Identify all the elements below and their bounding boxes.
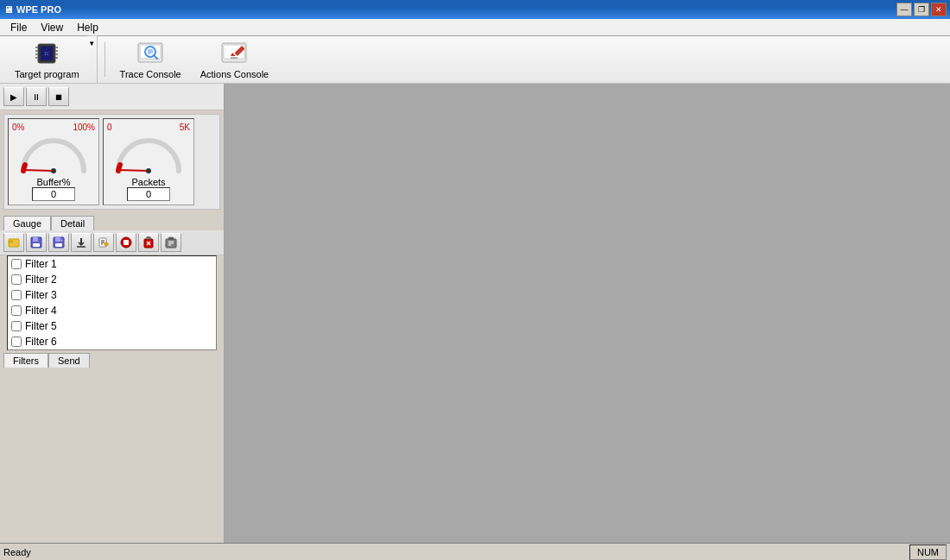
status-bar: Ready NUM <box>0 543 950 560</box>
status-right: NUM <box>909 544 947 560</box>
svg-point-24 <box>51 168 56 173</box>
filter-item-6[interactable]: Filter 6 <box>8 334 216 349</box>
folder-open-icon <box>8 236 20 249</box>
target-program-button[interactable]: IC Target program <box>7 35 87 84</box>
svg-rect-49 <box>147 236 150 238</box>
packets-gauge-title: Packets <box>131 177 165 187</box>
pause-button[interactable]: ⏸ <box>26 87 47 106</box>
svg-rect-34 <box>55 243 62 247</box>
filter-stop-button[interactable] <box>116 233 136 252</box>
status-text: Ready <box>3 547 31 557</box>
svg-rect-8 <box>55 53 58 55</box>
filter-2-label: Filter 2 <box>25 274 57 286</box>
target-program-dropdown[interactable]: ▼ <box>87 35 98 84</box>
buffer-min-label: 0% <box>12 123 24 132</box>
packets-gauge: 0 5K Packets 0 <box>103 118 194 205</box>
restore-button[interactable]: ❐ <box>914 3 929 16</box>
menu-help[interactable]: Help <box>70 20 105 35</box>
target-program-icon: IC <box>31 40 62 67</box>
filter-save-button[interactable] <box>26 233 47 252</box>
filter-item-1[interactable]: Filter 1 <box>8 256 216 272</box>
trace-console-button[interactable]: Trace Console <box>112 35 189 84</box>
app-title: WPE PRO <box>16 4 61 15</box>
send-panel <box>3 371 220 539</box>
filter-clear-button[interactable] <box>161 233 181 252</box>
tab-filters[interactable]: Filters <box>3 353 48 368</box>
svg-rect-4 <box>35 53 38 55</box>
title-bar-controls: — ❐ ✕ <box>896 3 947 16</box>
clear-icon <box>165 236 177 249</box>
tab-send[interactable]: Send <box>48 353 90 368</box>
toolbar-separator-1 <box>104 42 105 77</box>
left-panel: ▶ ⏸ ⏹ 0% 100% <box>0 84 225 543</box>
chip-svg: IC <box>31 41 62 66</box>
trace-icon-svg <box>135 41 166 66</box>
num-indicator: NUM <box>909 544 947 560</box>
tab-gauge[interactable]: Gauge <box>3 216 51 230</box>
filter-item-4[interactable]: Filter 4 <box>8 303 216 318</box>
filter-5-checkbox[interactable] <box>11 321 22 331</box>
filter-6-checkbox[interactable] <box>11 337 22 347</box>
filter-toolbar: + <box>0 230 224 255</box>
playback-bar: ▶ ⏸ ⏹ <box>0 84 224 110</box>
filter-list[interactable]: Filter 1 Filter 2 Filter 3 Filter 4 Filt… <box>7 255 217 350</box>
main-area: ▶ ⏸ ⏹ 0% 100% <box>0 84 950 543</box>
buffer-gauge-value: 0 <box>32 187 75 201</box>
buffer-gauge-title: Buffer% <box>37 177 71 187</box>
trace-console-label: Trace Console <box>120 69 181 79</box>
svg-rect-30 <box>33 237 38 242</box>
filter-4-checkbox[interactable] <box>11 305 22 316</box>
filter-list-container: Filter 1 Filter 2 Filter 3 Filter 4 Filt… <box>3 255 220 350</box>
packets-max-label: 5K <box>180 123 190 132</box>
filter-edit-button[interactable] <box>93 233 114 252</box>
import-icon <box>75 236 87 249</box>
filter-open-button[interactable] <box>3 233 24 252</box>
packets-min-label: 0 <box>107 123 112 132</box>
stop-button[interactable]: ⏹ <box>48 87 69 106</box>
filter-7-checkbox[interactable] <box>11 349 22 350</box>
filter-3-label: Filter 3 <box>25 289 57 301</box>
svg-text:IC: IC <box>44 51 49 56</box>
svg-line-23 <box>24 170 54 171</box>
menu-view[interactable]: View <box>34 20 70 35</box>
filter-import-button[interactable] <box>71 233 92 252</box>
app-icon: 🖥 <box>3 4 13 15</box>
filter-item-3[interactable]: Filter 3 <box>8 287 216 303</box>
svg-line-25 <box>119 170 149 171</box>
filter-6-label: Filter 6 <box>25 336 57 348</box>
gauge-content: 0% 100% Buffer% 0 <box>4 115 219 209</box>
filter-item-5[interactable]: Filter 5 <box>8 318 216 334</box>
save-icon <box>30 236 42 249</box>
packets-gauge-value: 0 <box>127 187 170 201</box>
filter-2-checkbox[interactable] <box>11 274 22 285</box>
actions-console-button[interactable]: Actions Console <box>193 35 277 84</box>
svg-rect-6 <box>55 47 58 48</box>
svg-rect-2 <box>35 47 38 48</box>
gauge-panel: 0% 100% Buffer% 0 <box>3 114 220 210</box>
menu-bar: File View Help <box>0 19 950 36</box>
buffer-max-label: 100% <box>73 123 95 132</box>
filter-item-7: Filter 7 <box>8 349 216 350</box>
filter-save-as-button[interactable]: + <box>48 233 69 252</box>
svg-point-26 <box>146 168 151 173</box>
target-program-label: Target program <box>15 69 79 79</box>
filter-4-label: Filter 4 <box>25 305 57 317</box>
play-button[interactable]: ▶ <box>3 87 24 106</box>
menu-file[interactable]: File <box>3 20 34 35</box>
target-program-group: IC Target program ▼ <box>7 35 98 84</box>
title-bar: 🖥 WPE PRO — ❐ ✕ <box>0 0 950 19</box>
filter-delete-button[interactable] <box>138 233 159 252</box>
filter-1-checkbox[interactable] <box>11 259 22 269</box>
actions-console-icon <box>218 40 250 67</box>
filters-tab-strip: Filters Send <box>0 350 224 368</box>
edit-icon <box>98 236 110 249</box>
actions-icon-svg <box>218 41 250 66</box>
minimize-button[interactable]: — <box>896 3 912 16</box>
svg-rect-5 <box>35 57 38 59</box>
filter-item-2[interactable]: Filter 2 <box>8 272 216 287</box>
tab-detail[interactable]: Detail <box>51 216 94 230</box>
trace-console-icon <box>135 40 166 67</box>
toolbar: IC Target program ▼ Trace Console <box>0 36 950 84</box>
filter-3-checkbox[interactable] <box>11 290 22 300</box>
close-button[interactable]: ✕ <box>931 3 947 16</box>
